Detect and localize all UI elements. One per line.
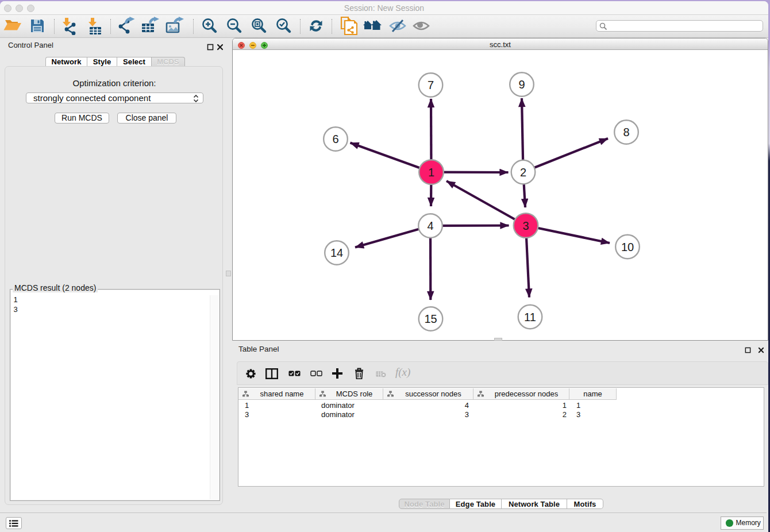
svg-text:10: 10 [621, 241, 634, 253]
svg-text:15: 15 [424, 313, 437, 325]
svg-text:9: 9 [518, 78, 525, 91]
svg-text:11: 11 [524, 311, 536, 323]
svg-text:8: 8 [623, 126, 629, 138]
svg-text:7: 7 [428, 79, 434, 91]
svg-text:1: 1 [428, 166, 434, 179]
svg-text:2: 2 [520, 166, 526, 179]
svg-text:4: 4 [427, 219, 433, 232]
svg-text:3: 3 [522, 219, 529, 232]
svg-text:6: 6 [332, 133, 338, 145]
svg-text:14: 14 [330, 246, 343, 259]
